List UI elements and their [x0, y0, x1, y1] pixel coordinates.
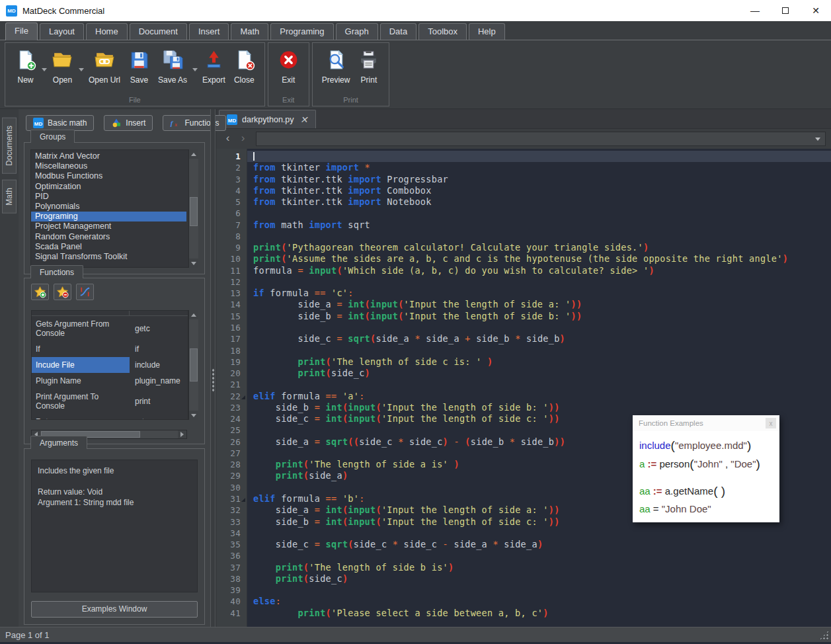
nav-back-button[interactable]: ‹	[220, 132, 235, 147]
code-line[interactable]: 37 print('The length of side b is')	[216, 562, 831, 573]
insert-button[interactable]: Insert	[104, 115, 153, 131]
exit-button[interactable]: Exit	[274, 47, 303, 87]
minimize-button[interactable]: —	[740, 0, 770, 21]
code-line[interactable]: 14 side_a = int(input('Input the length …	[216, 299, 831, 310]
function-row-print[interactable]: Print Argument To Consoleprint	[32, 389, 188, 414]
basic-math-button[interactable]: MDBasic math	[26, 115, 94, 131]
functions-button[interactable]: fxFunctions	[163, 115, 226, 131]
group-item-miscellaneous[interactable]: Miscellaneous	[31, 161, 186, 171]
code-line[interactable]: 34	[216, 528, 831, 539]
code-line[interactable]: 13if formula == 'c':	[216, 288, 831, 299]
code-line[interactable]: 36	[216, 550, 831, 561]
group-item-programing[interactable]: Programing	[31, 212, 186, 221]
export-button[interactable]: Export	[198, 47, 229, 87]
code-line[interactable]: 18	[216, 345, 831, 356]
code-line[interactable]: 9print('Pythagorean theorem calculator! …	[216, 242, 831, 253]
menu-tab-toolbox[interactable]: Toolbox	[418, 23, 467, 40]
code-line[interactable]: 5from tkinter.ttk import Notebook	[216, 196, 831, 208]
save-as-button[interactable]: Save As	[154, 47, 191, 87]
functions-scrollbar-vertical[interactable]	[188, 310, 198, 420]
groups-scrollbar[interactable]	[188, 149, 198, 268]
save-as-dropdown-arrow[interactable]	[191, 68, 198, 71]
code-line[interactable]: 40else:	[216, 596, 831, 607]
open-url-button[interactable]: Open Url	[85, 47, 124, 87]
code-line[interactable]: 21	[216, 379, 831, 390]
fn-plot-button[interactable]	[76, 284, 94, 300]
code-line[interactable]: 22elif formula == 'a':	[216, 391, 831, 402]
scroll-right-arrow[interactable]	[178, 430, 186, 438]
tab-groups[interactable]: Groups	[30, 130, 75, 143]
scroll-down-arrow[interactable]	[189, 259, 198, 268]
group-item-pid[interactable]: PID	[31, 192, 186, 202]
group-item-random-generators[interactable]: Random Generators	[31, 232, 186, 242]
fold-marker-icon[interactable]	[241, 498, 245, 502]
code-line[interactable]: 2from tkinter import *	[216, 162, 831, 173]
star-add-button[interactable]	[31, 284, 49, 300]
maximize-button[interactable]	[770, 0, 801, 21]
open-dropdown-arrow[interactable]	[77, 68, 85, 71]
menu-tab-layout[interactable]: Layout	[40, 23, 84, 40]
close-button[interactable]: ✕	[801, 0, 831, 21]
resize-grip-icon[interactable]	[819, 630, 829, 640]
code-line[interactable]: 12	[216, 276, 831, 288]
code-line[interactable]: 6	[216, 208, 831, 219]
examples-window-button[interactable]: Examples Window	[31, 601, 198, 618]
side-tab-documents[interactable]: Documents	[2, 118, 17, 174]
panel-splitter[interactable]	[210, 109, 216, 627]
code-line[interactable]: 8	[216, 231, 831, 242]
function-row-return[interactable]: Returnreturn	[32, 414, 188, 420]
menu-tab-help[interactable]: Help	[469, 23, 505, 40]
star-remove-button[interactable]	[54, 284, 71, 300]
code-line[interactable]: 15 side_b = int(input('Input the length …	[216, 311, 831, 322]
side-tab-math[interactable]: Math	[2, 180, 17, 214]
code-line[interactable]: 4from tkinter.ttk import Combobox	[216, 185, 831, 196]
scroll-thumb[interactable]	[190, 197, 198, 226]
fold-marker-icon[interactable]	[241, 395, 245, 399]
tab-arguments[interactable]: Arguments	[30, 436, 87, 449]
preview-button[interactable]: Preview	[318, 47, 354, 87]
menu-tab-math[interactable]: Math	[231, 23, 268, 40]
code-editor[interactable]: 12from tkinter import *3from tkinter.ttk…	[216, 149, 831, 627]
scroll-up-arrow[interactable]	[189, 310, 198, 319]
open-button[interactable]: Open	[48, 47, 77, 87]
print-button[interactable]: Print	[354, 47, 383, 87]
group-item-signal-transforms-toolkit[interactable]: Signal Transforms Toolkit	[31, 252, 186, 262]
code-line[interactable]: 41 print('Please select a side between a…	[216, 608, 831, 619]
document-tab-close-icon[interactable]: ✕	[299, 114, 309, 125]
symbol-combobox[interactable]	[256, 132, 826, 146]
popup-close-button[interactable]: x	[766, 418, 776, 428]
scroll-thumb[interactable]	[190, 348, 198, 382]
group-item-project-management[interactable]: Project Management	[31, 221, 186, 231]
menu-tab-insert[interactable]: Insert	[189, 23, 229, 40]
menu-tab-graph[interactable]: Graph	[336, 23, 378, 40]
group-item-scada-panel[interactable]: Scada Panel	[31, 242, 186, 252]
code-line[interactable]: 35 side_c = sqrt(side_c * side_c - side_…	[216, 539, 831, 550]
code-line[interactable]: 19 print('The length of side c is: ' )	[216, 356, 831, 368]
scroll-down-arrow[interactable]	[189, 411, 198, 420]
code-line[interactable]: 23 side_b = int(input('Input the length …	[216, 402, 831, 413]
code-line[interactable]: 1	[216, 151, 831, 162]
menu-tab-data[interactable]: Data	[380, 23, 416, 40]
code-line[interactable]: 10print('Assume the sides are a, b, c an…	[216, 253, 831, 264]
code-line[interactable]: 7from math import sqrt	[216, 220, 831, 231]
group-item-matrix-and-vector[interactable]: Matrix And Vector	[31, 151, 186, 161]
function-row-getc[interactable]: Gets Argument From Consolegetc	[32, 316, 188, 341]
new-button[interactable]: New	[11, 47, 40, 87]
close-button[interactable]: Close	[229, 47, 259, 87]
document-tab-darkpython[interactable]: MD darkpython.py ✕	[219, 110, 316, 128]
group-item-modbus-functions[interactable]: Modbus Functions	[31, 171, 186, 181]
save-button[interactable]: Save	[124, 47, 154, 87]
code-line[interactable]: 38 print(side_c)	[216, 573, 831, 584]
code-line[interactable]: 11formula = input('Which side (a, b, c) …	[216, 265, 831, 276]
menu-tab-programing[interactable]: Programing	[270, 23, 333, 40]
tab-functions[interactable]: Functions	[30, 265, 83, 278]
code-line[interactable]: 3from tkinter.ttk import Progressbar	[216, 174, 831, 185]
code-line[interactable]: 16	[216, 322, 831, 333]
menu-tab-document[interactable]: Document	[130, 23, 187, 40]
menu-tab-home[interactable]: Home	[86, 23, 128, 40]
code-line[interactable]: 17 side_c = sqrt(side_a * side_a + side_…	[216, 333, 831, 344]
function-row-if[interactable]: Ifif	[32, 341, 188, 357]
nav-forward-button[interactable]: ›	[235, 132, 251, 147]
menu-tab-file[interactable]: File	[5, 22, 38, 40]
scroll-up-arrow[interactable]	[189, 149, 198, 159]
